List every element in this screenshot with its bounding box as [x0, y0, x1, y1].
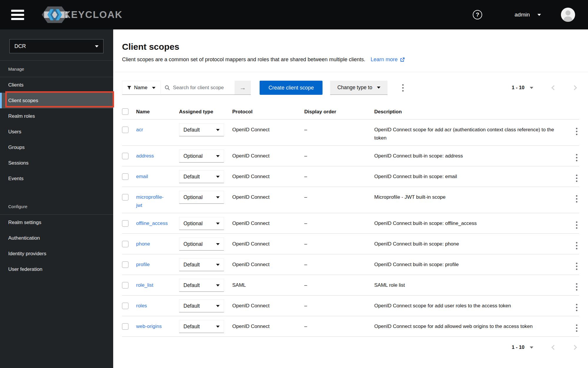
row-checkbox[interactable] — [122, 153, 128, 159]
row-kebab-icon[interactable] — [574, 282, 579, 292]
row-kebab-icon[interactable] — [574, 220, 579, 230]
assigned-type-select[interactable]: Optional — [179, 238, 224, 251]
toolbar: Name → Create client scope Change type t… — [122, 80, 576, 95]
learn-more-link[interactable]: Learn more — [370, 56, 405, 63]
row-checkbox[interactable] — [122, 194, 128, 200]
hamburger-menu-icon[interactable] — [11, 8, 24, 22]
chevron-down-icon[interactable] — [530, 347, 533, 349]
row-kebab-icon[interactable] — [574, 241, 579, 251]
row-checkbox[interactable] — [122, 127, 128, 133]
protocol-cell: OpenID Connect — [232, 120, 304, 145]
avatar[interactable] — [561, 8, 575, 22]
user-menu[interactable]: admin — [514, 11, 541, 18]
help-icon[interactable]: ? — [473, 10, 482, 19]
row-checkbox[interactable] — [122, 173, 128, 180]
chevron-left-icon[interactable] — [552, 85, 557, 90]
row-kebab-icon[interactable] — [574, 173, 579, 183]
sidebar-item-users[interactable]: Users — [0, 124, 113, 140]
toolbar-kebab-icon[interactable] — [400, 83, 405, 93]
table-row: email Default OpenID Connect – OpenID Co… — [122, 166, 579, 187]
page-header: Client scopes Client scopes are a common… — [113, 29, 588, 72]
row-kebab-icon[interactable] — [574, 261, 579, 271]
scope-name-link[interactable]: roles — [136, 303, 147, 309]
display-order-cell: – — [304, 234, 374, 254]
display-order-cell: – — [304, 275, 374, 295]
row-checkbox[interactable] — [122, 241, 128, 247]
pagination-range[interactable]: 1 - 10 — [512, 344, 524, 350]
assigned-type-select[interactable]: Default — [179, 123, 224, 136]
sidebar-item-clients[interactable]: Clients — [0, 77, 113, 93]
chevron-down-icon — [216, 155, 220, 157]
assigned-type-select[interactable]: Default — [179, 279, 224, 292]
scope-name-link[interactable]: role_list — [136, 282, 153, 288]
client-scopes-table: Name Assigned type Protocol Display orde… — [122, 104, 579, 337]
sidebar-item-realm-settings[interactable]: Realm settings — [0, 215, 113, 230]
pagination-range[interactable]: 1 - 10 — [512, 85, 524, 91]
sidebar: DCR Manage Clients Client scopes Realm r… — [0, 29, 113, 368]
row-checkbox[interactable] — [122, 303, 128, 309]
scope-name-link[interactable]: web-origins — [136, 324, 162, 329]
sidebar-item-label: Sessions — [8, 160, 29, 166]
description-cell: OpenID Connect built-in scope: offline_a… — [374, 213, 566, 233]
chevron-down-icon[interactable] — [530, 87, 533, 89]
scope-name-link[interactable]: address — [136, 153, 154, 159]
chevron-down-icon — [216, 326, 220, 328]
assigned-type-select[interactable]: Default — [179, 320, 224, 333]
sidebar-item-label: Realm roles — [8, 113, 35, 119]
keycloak-logo: KEYCLOAK — [42, 6, 123, 24]
scope-name-link[interactable]: phone — [136, 241, 150, 247]
description-cell: OpenID Connect built-in scope: phone — [374, 234, 566, 254]
search-input[interactable] — [173, 85, 232, 91]
chevron-right-icon[interactable] — [572, 345, 577, 350]
realm-selector[interactable]: DCR — [9, 39, 103, 53]
sidebar-item-client-scopes[interactable]: Client scopes — [0, 93, 113, 108]
select-all-checkbox[interactable] — [122, 108, 128, 115]
sidebar-item-realm-roles[interactable]: Realm roles — [0, 108, 113, 124]
scope-name-link[interactable]: acr — [136, 127, 143, 132]
assigned-type-select[interactable]: Optional — [179, 150, 224, 163]
assigned-type-select[interactable]: Default — [179, 258, 224, 271]
sidebar-item-events[interactable]: Events — [0, 171, 113, 186]
scope-name-link[interactable]: microprofile-jwt — [136, 194, 164, 208]
assigned-type-select[interactable]: Default — [179, 299, 224, 312]
sidebar-item-groups[interactable]: Groups — [0, 140, 113, 155]
sidebar-item-sessions[interactable]: Sessions — [0, 155, 113, 171]
sidebar-item-identity-providers[interactable]: Identity providers — [0, 246, 113, 261]
row-kebab-icon[interactable] — [574, 323, 579, 333]
external-link-icon — [400, 57, 405, 62]
row-kebab-icon[interactable] — [574, 126, 579, 136]
search-submit-button[interactable]: → — [235, 81, 251, 95]
assigned-type-select[interactable]: Optional — [179, 217, 224, 230]
chevron-down-icon — [216, 284, 220, 286]
sidebar-item-user-federation[interactable]: User federation — [0, 261, 113, 277]
scope-name-link[interactable]: profile — [136, 262, 150, 267]
page-title: Client scopes — [122, 41, 579, 52]
assigned-type-select[interactable]: Optional — [179, 191, 224, 204]
row-kebab-icon[interactable] — [574, 194, 579, 204]
row-checkbox[interactable] — [122, 261, 128, 268]
protocol-cell: OpenID Connect — [232, 213, 304, 233]
column-header-name: Name — [136, 104, 179, 120]
table-body: acr Default OpenID Connect – OpenID Conn… — [122, 120, 579, 337]
row-kebab-icon[interactable] — [574, 152, 579, 163]
scope-name-link[interactable]: offline_access — [136, 221, 168, 226]
scope-name-link[interactable]: email — [136, 174, 148, 179]
chevron-left-icon[interactable] — [552, 345, 557, 350]
row-checkbox[interactable] — [122, 220, 128, 227]
chevron-right-icon[interactable] — [572, 85, 577, 90]
row-checkbox[interactable] — [122, 323, 128, 330]
row-checkbox[interactable] — [122, 282, 128, 289]
table-row: web-origins Default OpenID Connect – Ope… — [122, 316, 579, 337]
sidebar-item-label: User federation — [8, 266, 42, 272]
sidebar-item-authentication[interactable]: Authentication — [0, 230, 113, 246]
change-type-dropdown[interactable]: Change type to — [330, 81, 387, 95]
chevron-down-icon — [216, 264, 220, 266]
nav-section-title: Manage — [0, 61, 113, 77]
create-client-scope-button[interactable]: Create client scope — [260, 81, 323, 95]
assigned-type-select[interactable]: Default — [179, 170, 224, 183]
table-row: phone Optional OpenID Connect – OpenID C… — [122, 234, 579, 254]
filter-type-dropdown[interactable]: Name — [122, 81, 161, 95]
row-kebab-icon[interactable] — [574, 302, 579, 312]
description-cell: Microprofile - JWT built-in scope — [374, 187, 566, 213]
chevron-down-icon — [152, 87, 156, 89]
